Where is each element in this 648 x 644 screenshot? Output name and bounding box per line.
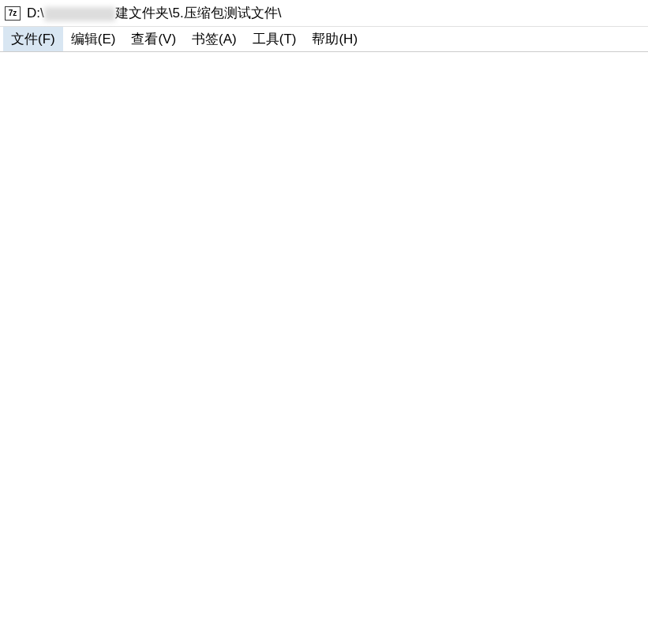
menubar: 文件(F) 编辑(E) 查看(V) 书签(A) 工具(T) 帮助(H) xyxy=(0,27,648,52)
title-suffix: 建文件夹\5.压缩包测试文件\ xyxy=(115,6,282,21)
menu-tools[interactable]: 工具(T) xyxy=(245,27,305,51)
menu-edit[interactable]: 编辑(E) xyxy=(63,27,124,51)
menu-view[interactable]: 查看(V) xyxy=(123,27,184,51)
titlebar: 7z D:\建文件夹\5.压缩包测试文件\ xyxy=(0,0,648,27)
menu-help[interactable]: 帮助(H) xyxy=(304,27,365,51)
window-title: D:\建文件夹\5.压缩包测试文件\ xyxy=(27,4,281,22)
title-prefix: D:\ xyxy=(27,6,44,21)
title-redacted xyxy=(44,7,115,21)
menu-file[interactable]: 文件(F) xyxy=(3,27,63,51)
menu-bookmark[interactable]: 书签(A) xyxy=(184,27,245,51)
app-icon: 7z xyxy=(5,6,21,21)
